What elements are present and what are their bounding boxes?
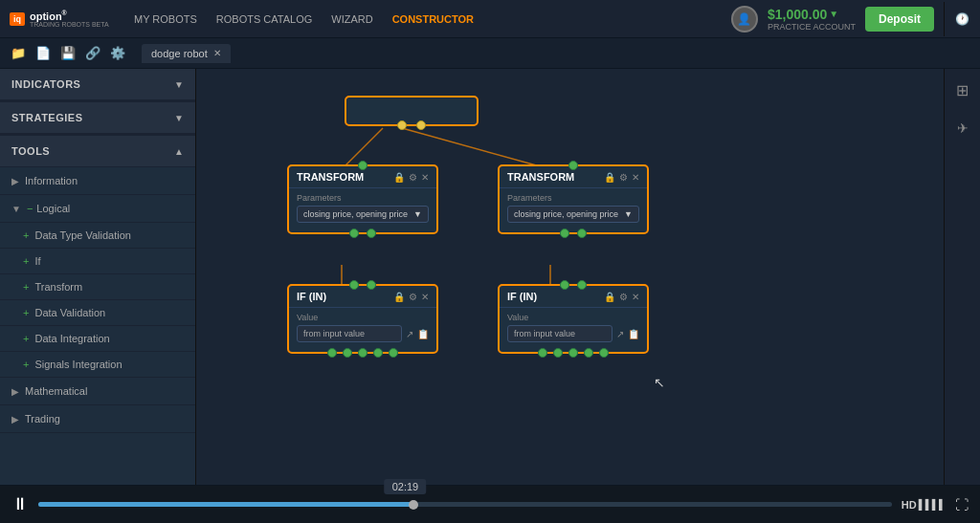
sidebar-item-data-integration[interactable]: + Data Integration	[0, 326, 195, 352]
if2-edit-icon[interactable]: ↗	[616, 329, 624, 339]
top-nav: iq option® TRADING ROBOTS BETA MY ROBOTS…	[0, 0, 980, 38]
avatar[interactable]: 👤	[731, 6, 758, 33]
logo-box: iq	[10, 12, 25, 26]
plus-icon-if: +	[23, 255, 29, 267]
plus-icon-transform: +	[23, 281, 29, 293]
main-layout: INDICATORS ▼ STRATEGIES ▼ TOOLS ▲ ▶ Info…	[0, 69, 980, 485]
mathematical-arrow: ▶	[11, 386, 19, 397]
deposit-button[interactable]: Deposit	[865, 7, 934, 32]
transform1-select[interactable]: closing price, opening price ▼	[297, 206, 429, 223]
if2-value-label: Value	[507, 313, 639, 322]
if1-body: Value from input value ↗ 📋	[289, 308, 436, 352]
strategies-header[interactable]: STRATEGIES ▼	[0, 100, 195, 134]
transform-node-2[interactable]: TRANSFORM 🔒 ⚙ ✕ Parameters closing price…	[498, 164, 649, 234]
sidebar-item-data-type-validation[interactable]: + Data Type Validation	[0, 223, 195, 249]
sidebar-section-strategies: STRATEGIES ▼	[0, 100, 195, 134]
transform1-body: Parameters closing price, opening price …	[289, 188, 436, 232]
sidebar-item-if[interactable]: + If	[0, 249, 195, 274]
tab-bar: dodge robot ✕	[142, 44, 231, 63]
sidebar-item-logical[interactable]: ▼ − Logical	[0, 195, 195, 223]
if1-close-icon[interactable]: ✕	[421, 292, 429, 302]
transform1-gear-icon[interactable]: ⚙	[409, 172, 417, 183]
if2-close-icon[interactable]: ✕	[632, 292, 639, 302]
transform2-select[interactable]: closing price, opening price ▼	[507, 206, 639, 223]
file-icon[interactable]: 📄	[33, 43, 54, 64]
tools-arrow: ▲	[174, 146, 184, 157]
canvas: TRANSFORM 🔒 ⚙ ✕ Parameters closing price…	[196, 69, 944, 485]
hd-button[interactable]: HD ▌▌▌▌	[902, 499, 946, 511]
trading-label: Trading	[25, 413, 60, 425]
if2-lock-icon[interactable]: 🔒	[604, 292, 615, 302]
nav-my-robots[interactable]: MY ROBOTS	[134, 13, 197, 25]
nav-bar: MY ROBOTS ROBOTS CATALOG WIZARD CONSTRUC…	[129, 13, 731, 25]
if1-copy-icon[interactable]: 📋	[417, 329, 429, 339]
sidebar-item-trading[interactable]: ▶ Trading	[0, 405, 195, 433]
settings-icon[interactable]: ⚙️	[107, 43, 128, 64]
tab-close-icon[interactable]: ✕	[213, 48, 221, 58]
if1-lock-icon[interactable]: 🔒	[393, 292, 405, 302]
transform1-lock-icon[interactable]: 🔒	[393, 172, 405, 183]
strategies-arrow: ▼	[174, 113, 184, 123]
share-icon[interactable]: 🔗	[82, 43, 103, 64]
if2-value-row: from input value ↗ 📋	[507, 325, 639, 342]
signals-integration-label: Signals Integration	[34, 359, 122, 370]
if1-value-label: Value	[297, 313, 429, 322]
information-label: Information	[25, 175, 78, 186]
tab-dodge-robot[interactable]: dodge robot ✕	[142, 44, 231, 63]
folder-icon[interactable]: 📁	[8, 43, 29, 64]
transform2-close-icon[interactable]: ✕	[632, 172, 639, 183]
plus-icon-dtv: +	[23, 229, 29, 241]
nav-wizard[interactable]: WIZARD	[331, 13, 372, 25]
sidebar: INDICATORS ▼ STRATEGIES ▼ TOOLS ▲ ▶ Info…	[0, 69, 196, 485]
clock-icon[interactable]: 🕐	[949, 6, 976, 33]
tools-label: TOOLS	[11, 145, 50, 157]
logo-subtitle: TRADING ROBOTS BETA	[30, 21, 109, 28]
transform1-close-icon[interactable]: ✕	[421, 172, 429, 183]
if-node-1[interactable]: IF (IN) 🔒 ⚙ ✕ Value from input value ↗ 📋	[287, 284, 438, 354]
if1-gear-icon[interactable]: ⚙	[409, 292, 417, 302]
top-block[interactable]	[345, 96, 479, 126]
if1-value-row: from input value ↗ 📋	[297, 325, 429, 342]
time-badge: 02:19	[385, 479, 427, 494]
transform2-lock-icon[interactable]: 🔒	[604, 172, 615, 183]
if-node-2[interactable]: IF (IN) 🔒 ⚙ ✕ Value from input value ↗ 📋	[498, 284, 649, 354]
logical-arrow: ▼	[11, 204, 21, 214]
nav-robots-catalog[interactable]: ROBOTS CATALOG	[216, 13, 312, 25]
transform-label: Transform	[34, 281, 82, 293]
connection-lines	[196, 69, 944, 485]
balance-label: PRACTICE ACCOUNT	[768, 22, 856, 32]
transform-node-1[interactable]: TRANSFORM 🔒 ⚙ ✕ Parameters closing price…	[287, 164, 438, 234]
progress-bar[interactable]	[38, 502, 892, 507]
if2-gear-icon[interactable]: ⚙	[619, 292, 628, 302]
send-icon[interactable]: ✈	[949, 115, 976, 142]
cursor: ↖	[654, 375, 667, 392]
sidebar-item-signals-integration[interactable]: + Signals Integration	[0, 352, 195, 378]
if1-edit-icon[interactable]: ↗	[406, 329, 413, 339]
mathematical-label: Mathematical	[25, 385, 87, 397]
plus-icon-dv: +	[23, 307, 29, 318]
pause-button[interactable]: ⏸	[11, 494, 29, 514]
if2-title: IF (IN)	[507, 291, 537, 302]
trading-arrow: ▶	[11, 414, 19, 425]
balance-amount: $1,000.00 ▼	[768, 7, 856, 22]
indicators-header[interactable]: INDICATORS ▼	[0, 69, 195, 100]
if2-input[interactable]: from input value	[507, 325, 612, 342]
save-icon[interactable]: 💾	[57, 43, 78, 64]
fullscreen-button[interactable]: ⛶	[955, 497, 969, 512]
transform2-gear-icon[interactable]: ⚙	[619, 172, 628, 183]
tools-header[interactable]: TOOLS ▲	[0, 134, 195, 167]
sidebar-item-transform[interactable]: + Transform	[0, 274, 195, 300]
right-panel: ⊞ ✈	[944, 69, 980, 485]
nav-constructor[interactable]: CONSTRUCTOR	[392, 13, 474, 25]
layers-icon[interactable]: ⊞	[949, 76, 976, 103]
if2-copy-icon[interactable]: 📋	[628, 329, 639, 339]
hd-label: HD	[902, 499, 917, 511]
sidebar-item-information[interactable]: ▶ Information	[0, 167, 195, 195]
indicators-label: INDICATORS	[11, 78, 80, 90]
transform1-title: TRANSFORM	[297, 171, 364, 183]
if1-input[interactable]: from input value	[297, 325, 402, 342]
strategies-label: STRATEGIES	[11, 112, 82, 123]
sidebar-item-data-validation[interactable]: + Data Validation	[0, 300, 195, 326]
progress-handle[interactable]	[409, 500, 418, 510]
sidebar-item-mathematical[interactable]: ▶ Mathematical	[0, 378, 195, 405]
